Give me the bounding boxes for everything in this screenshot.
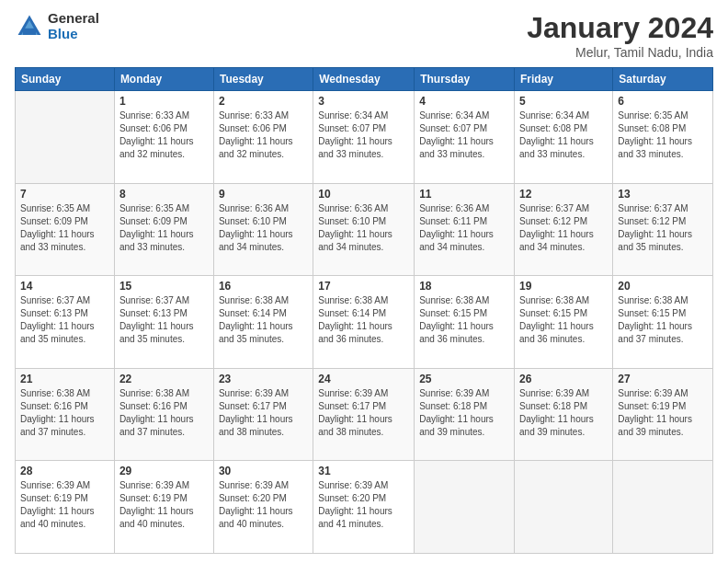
day-number: 9 <box>219 188 308 201</box>
cell-w1-d0: 7 Sunrise: 6:35 AMSunset: 6:09 PMDayligh… <box>16 183 115 276</box>
day-number: 23 <box>219 373 308 385</box>
cell-w0-d0 <box>16 91 115 184</box>
week-row-2: 14 Sunrise: 6:37 AMSunset: 6:13 PMDaylig… <box>16 276 713 369</box>
logo: General Blue <box>15 11 99 41</box>
day-info: Sunrise: 6:33 AMSunset: 6:06 PMDaylight:… <box>119 109 209 161</box>
col-thursday: Thursday <box>415 68 515 91</box>
calendar-table: Sunday Monday Tuesday Wednesday Thursday… <box>15 67 713 554</box>
day-info: Sunrise: 6:34 AMSunset: 6:08 PMDaylight:… <box>519 109 608 161</box>
day-number: 17 <box>318 280 409 293</box>
day-number: 14 <box>20 280 109 293</box>
cell-w4-d0: 28 Sunrise: 6:39 AMSunset: 6:19 PMDaylig… <box>16 461 115 554</box>
cell-w1-d5: 12 Sunrise: 6:37 AMSunset: 6:12 PMDaylig… <box>515 183 613 276</box>
cell-w4-d5 <box>515 461 613 554</box>
day-number: 21 <box>20 373 109 385</box>
logo-text: General Blue <box>48 11 99 41</box>
calendar-header-row: Sunday Monday Tuesday Wednesday Thursday… <box>16 68 713 91</box>
cell-w4-d4 <box>415 461 515 554</box>
cell-w3-d5: 26 Sunrise: 6:39 AMSunset: 6:18 PMDaylig… <box>515 368 613 461</box>
logo-icon <box>15 12 44 41</box>
day-info: Sunrise: 6:39 AMSunset: 6:19 PMDaylight:… <box>119 479 209 531</box>
cell-w2-d4: 18 Sunrise: 6:38 AMSunset: 6:15 PMDaylig… <box>415 276 515 369</box>
day-number: 28 <box>20 465 109 477</box>
day-number: 27 <box>618 373 708 385</box>
day-info: Sunrise: 6:38 AMSunset: 6:16 PMDaylight:… <box>20 387 109 439</box>
main-title: January 2024 <box>527 11 713 45</box>
day-number: 3 <box>318 95 409 108</box>
cell-w3-d0: 21 Sunrise: 6:38 AMSunset: 6:16 PMDaylig… <box>16 368 115 461</box>
cell-w3-d3: 24 Sunrise: 6:39 AMSunset: 6:17 PMDaylig… <box>313 368 415 461</box>
cell-w2-d0: 14 Sunrise: 6:37 AMSunset: 6:13 PMDaylig… <box>16 276 115 369</box>
cell-w1-d4: 11 Sunrise: 6:36 AMSunset: 6:11 PMDaylig… <box>415 183 515 276</box>
col-wednesday: Wednesday <box>313 68 415 91</box>
day-number: 13 <box>618 188 708 201</box>
col-saturday: Saturday <box>613 68 713 91</box>
header: General Blue January 2024 Melur, Tamil N… <box>15 11 713 60</box>
day-info: Sunrise: 6:35 AMSunset: 6:08 PMDaylight:… <box>618 109 708 161</box>
day-info: Sunrise: 6:38 AMSunset: 6:14 PMDaylight:… <box>318 294 409 346</box>
day-number: 30 <box>219 465 308 477</box>
cell-w0-d6: 6 Sunrise: 6:35 AMSunset: 6:08 PMDayligh… <box>613 91 713 184</box>
day-info: Sunrise: 6:39 AMSunset: 6:19 PMDaylight:… <box>618 387 708 439</box>
day-info: Sunrise: 6:38 AMSunset: 6:16 PMDaylight:… <box>119 387 209 439</box>
subtitle: Melur, Tamil Nadu, India <box>527 45 713 60</box>
day-number: 16 <box>219 280 308 293</box>
cell-w2-d3: 17 Sunrise: 6:38 AMSunset: 6:14 PMDaylig… <box>313 276 415 369</box>
day-info: Sunrise: 6:39 AMSunset: 6:18 PMDaylight:… <box>419 387 509 439</box>
cell-w1-d2: 9 Sunrise: 6:36 AMSunset: 6:10 PMDayligh… <box>213 183 313 276</box>
day-info: Sunrise: 6:36 AMSunset: 6:10 PMDaylight:… <box>219 202 308 254</box>
day-info: Sunrise: 6:39 AMSunset: 6:17 PMDaylight:… <box>219 387 308 439</box>
week-row-4: 28 Sunrise: 6:39 AMSunset: 6:19 PMDaylig… <box>16 461 713 554</box>
cell-w0-d3: 3 Sunrise: 6:34 AMSunset: 6:07 PMDayligh… <box>313 91 415 184</box>
day-number: 24 <box>318 373 409 385</box>
day-info: Sunrise: 6:39 AMSunset: 6:20 PMDaylight:… <box>219 479 308 531</box>
page: General Blue January 2024 Melur, Tamil N… <box>0 0 728 563</box>
day-info: Sunrise: 6:36 AMSunset: 6:10 PMDaylight:… <box>318 202 409 254</box>
day-info: Sunrise: 6:35 AMSunset: 6:09 PMDaylight:… <box>20 202 109 254</box>
day-number: 11 <box>419 188 509 201</box>
day-number: 20 <box>618 280 708 293</box>
day-number: 6 <box>618 95 708 108</box>
day-number: 31 <box>318 465 409 477</box>
cell-w3-d6: 27 Sunrise: 6:39 AMSunset: 6:19 PMDaylig… <box>613 368 713 461</box>
day-info: Sunrise: 6:36 AMSunset: 6:11 PMDaylight:… <box>419 202 509 254</box>
day-info: Sunrise: 6:39 AMSunset: 6:17 PMDaylight:… <box>318 387 409 439</box>
cell-w2-d5: 19 Sunrise: 6:38 AMSunset: 6:15 PMDaylig… <box>515 276 613 369</box>
week-row-1: 7 Sunrise: 6:35 AMSunset: 6:09 PMDayligh… <box>16 183 713 276</box>
day-number: 8 <box>119 188 209 201</box>
col-sunday: Sunday <box>16 68 115 91</box>
week-row-0: 1 Sunrise: 6:33 AMSunset: 6:06 PMDayligh… <box>16 91 713 184</box>
cell-w3-d4: 25 Sunrise: 6:39 AMSunset: 6:18 PMDaylig… <box>415 368 515 461</box>
day-number: 22 <box>119 373 209 385</box>
day-number: 2 <box>219 95 308 108</box>
day-number: 29 <box>119 465 209 477</box>
cell-w2-d1: 15 Sunrise: 6:37 AMSunset: 6:13 PMDaylig… <box>114 276 213 369</box>
cell-w1-d6: 13 Sunrise: 6:37 AMSunset: 6:12 PMDaylig… <box>613 183 713 276</box>
day-number: 26 <box>519 373 608 385</box>
day-number: 5 <box>519 95 608 108</box>
day-info: Sunrise: 6:39 AMSunset: 6:19 PMDaylight:… <box>20 479 109 531</box>
day-info: Sunrise: 6:37 AMSunset: 6:13 PMDaylight:… <box>20 294 109 346</box>
day-info: Sunrise: 6:38 AMSunset: 6:15 PMDaylight:… <box>419 294 509 346</box>
day-info: Sunrise: 6:33 AMSunset: 6:06 PMDaylight:… <box>219 109 308 161</box>
cell-w2-d6: 20 Sunrise: 6:38 AMSunset: 6:15 PMDaylig… <box>613 276 713 369</box>
cell-w1-d1: 8 Sunrise: 6:35 AMSunset: 6:09 PMDayligh… <box>114 183 213 276</box>
logo-line2: Blue <box>48 26 78 41</box>
day-info: Sunrise: 6:34 AMSunset: 6:07 PMDaylight:… <box>419 109 509 161</box>
day-info: Sunrise: 6:35 AMSunset: 6:09 PMDaylight:… <box>119 202 209 254</box>
day-number: 12 <box>519 188 608 201</box>
cell-w2-d2: 16 Sunrise: 6:38 AMSunset: 6:14 PMDaylig… <box>213 276 313 369</box>
cell-w4-d1: 29 Sunrise: 6:39 AMSunset: 6:19 PMDaylig… <box>114 461 213 554</box>
cell-w3-d2: 23 Sunrise: 6:39 AMSunset: 6:17 PMDaylig… <box>213 368 313 461</box>
day-number: 10 <box>318 188 409 201</box>
cell-w4-d6 <box>613 461 713 554</box>
cell-w4-d2: 30 Sunrise: 6:39 AMSunset: 6:20 PMDaylig… <box>213 461 313 554</box>
day-number: 15 <box>119 280 209 293</box>
day-info: Sunrise: 6:37 AMSunset: 6:13 PMDaylight:… <box>119 294 209 346</box>
day-info: Sunrise: 6:38 AMSunset: 6:15 PMDaylight:… <box>618 294 708 346</box>
cell-w0-d2: 2 Sunrise: 6:33 AMSunset: 6:06 PMDayligh… <box>213 91 313 184</box>
day-number: 4 <box>419 95 509 108</box>
day-info: Sunrise: 6:34 AMSunset: 6:07 PMDaylight:… <box>318 109 409 161</box>
day-info: Sunrise: 6:37 AMSunset: 6:12 PMDaylight:… <box>618 202 708 254</box>
day-number: 25 <box>419 373 509 385</box>
